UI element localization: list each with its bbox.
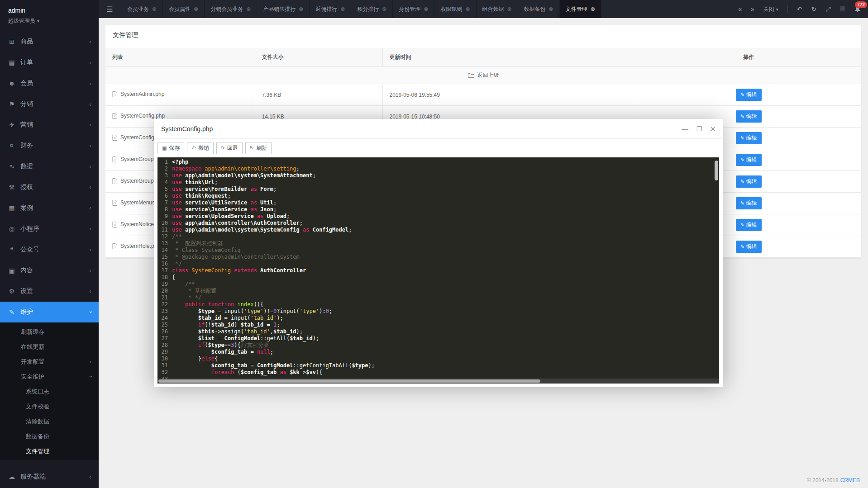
sidebar-item-maintain[interactable]: ✎维护‹ [0, 302, 99, 322]
sidebar-item-wechat[interactable]: ❝公众号‹ [0, 239, 99, 260]
up-cell[interactable]: 返回上级 [105, 67, 861, 84]
list-icon[interactable]: ☰ [839, 5, 845, 13]
tab-close-icon[interactable]: ⊗ [194, 6, 198, 12]
sidebar-subitem-file-manage[interactable]: 文件管理 [0, 444, 99, 459]
sidebar-item-distribution[interactable]: ⚑分销‹ [0, 94, 99, 114]
tab-close-icon[interactable]: ⊗ [591, 6, 595, 12]
close-icon[interactable]: × [710, 124, 715, 133]
tab-close-icon[interactable]: ⊗ [340, 6, 345, 12]
back-icon[interactable]: ↶ [797, 5, 802, 13]
up-link[interactable]: 返回上级 [468, 71, 499, 79]
code-token: ); [313, 335, 319, 341]
tab-close-icon[interactable]: ⊗ [465, 6, 470, 12]
sidebar-subitem-data-backup[interactable]: 数据备份 [0, 429, 99, 444]
edit-label: 编辑 [746, 156, 757, 164]
topbar-tab[interactable]: 分销会员业务⊗ [205, 0, 257, 18]
topbar-tab[interactable]: 返佣排行⊗ [310, 0, 351, 18]
edit-button[interactable]: ✎编辑 [736, 154, 762, 166]
code-token: $vv [306, 369, 316, 375]
sidebar-item-order[interactable]: ▤订单‹ [0, 52, 99, 73]
sidebar-subitem-clear-data[interactable]: 清除数据 [0, 414, 99, 429]
topbar-tab[interactable]: 会员业务⊗ [121, 0, 163, 18]
topbar-tab[interactable]: 权限规则⊗ [434, 0, 476, 18]
tab-close-icon[interactable]: ⊗ [549, 6, 553, 12]
rollback-icon: ↷ [221, 145, 225, 151]
maximize-icon[interactable]: ❐ [696, 126, 702, 132]
sidebar-subitem-system-log[interactable]: 系统日志 [0, 384, 99, 399]
topbar-tab[interactable]: 文件管理⊗ [560, 0, 601, 18]
sidebar-item-marketing[interactable]: ✈营销‹ [0, 114, 99, 135]
sidebar-item-auth[interactable]: ⚒授权‹ [0, 177, 99, 198]
line-number: 18 [157, 274, 172, 281]
tab-close-icon[interactable]: ⊗ [382, 6, 386, 12]
sidebar-item-member[interactable]: ☻会员‹ [0, 73, 99, 94]
code-token: = [247, 362, 257, 369]
tab-close-icon[interactable]: ⊗ [152, 6, 157, 12]
code-editor[interactable]: 1<?php2namespace app\admin\controller\se… [157, 157, 719, 384]
refresh-button[interactable]: ↻刷新 [245, 142, 272, 154]
sidebar-subitem-file-check[interactable]: 文件校验 [0, 399, 99, 414]
tab-close-icon[interactable]: ⊗ [507, 6, 512, 12]
sidebar-item-data[interactable]: ∿数据‹ [0, 156, 99, 177]
sidebar-item-settings[interactable]: ⚙设置‹ [0, 281, 99, 302]
edit-button[interactable]: ✎编辑 [736, 89, 762, 101]
rollback-button[interactable]: ↷回退 [216, 142, 243, 154]
sidebar-item-server[interactable]: ☁ 服务器端 ‹ [0, 467, 99, 486]
sidebar-item-content[interactable]: ▣内容‹ [0, 260, 99, 281]
topbar-tab[interactable]: 积分排行⊗ [351, 0, 393, 18]
topbar-tab[interactable]: 组合数据⊗ [477, 0, 518, 18]
sidebar-subitem-dev-config[interactable]: 开发配置‹ [0, 354, 99, 369]
data-icon: ∿ [8, 163, 15, 170]
sidebar-item-miniapp[interactable]: ◎小程序‹ [0, 218, 99, 239]
code-token: use [172, 179, 185, 185]
notifications-button[interactable]: 772 [854, 6, 861, 13]
edit-button[interactable]: ✎编辑 [736, 197, 762, 209]
tab-close-icon[interactable]: ⊗ [246, 6, 251, 12]
line-content: use service\UtilService as Util; [172, 199, 277, 206]
save-button[interactable]: ▣保存 [157, 142, 184, 154]
edit-button[interactable]: ✎编辑 [736, 110, 762, 123]
code-token: = [247, 349, 257, 355]
tab-close-icon[interactable]: ⊗ [299, 6, 303, 12]
file-name-label: SystemGroupD [120, 178, 157, 184]
code-token [172, 335, 198, 341]
sidebar-item-finance[interactable]: ¤财务‹ [0, 135, 99, 156]
topbar-tab[interactable]: 会员属性⊗ [163, 0, 205, 18]
refresh-icon[interactable]: ↻ [811, 5, 817, 13]
code-token: service\JsonService [185, 206, 247, 213]
topbar-tab[interactable]: 数据备份⊗ [518, 0, 560, 18]
edit-button[interactable]: ✎编辑 [736, 219, 762, 231]
code-line: 10use app\admin\controller\AuthControlle… [157, 220, 719, 227]
close-tabs-dropdown[interactable]: 关闭▾ [763, 5, 778, 13]
code-token: else [201, 355, 215, 362]
fullscreen-icon[interactable]: ⤢ [825, 5, 830, 13]
edit-button[interactable]: ✎编辑 [736, 175, 762, 188]
sidebar-item-goods[interactable]: ⊞商品‹ [0, 31, 99, 52]
code-token: /** [172, 281, 195, 287]
minimize-icon[interactable]: — [682, 126, 688, 132]
scroll-tabs-left-icon[interactable]: « [738, 5, 742, 13]
sidebar-subitem-refresh-cache[interactable]: 刷新缓存 [0, 324, 99, 339]
table-row-up[interactable]: 返回上级 [105, 67, 861, 84]
line-content: { [172, 274, 175, 281]
edit-button[interactable]: ✎编辑 [736, 132, 762, 144]
sidebar-subitem-online-update[interactable]: 在线更新 [0, 339, 99, 354]
brand-link[interactable]: CRMEB [840, 477, 860, 483]
code-token: use [172, 193, 185, 199]
file-name: SystemRole.pl [112, 243, 155, 249]
scroll-tabs-right-icon[interactable]: » [751, 5, 754, 13]
undo-button[interactable]: ↶撤销 [187, 142, 213, 154]
topbar-tab[interactable]: 身份管理⊗ [393, 0, 434, 18]
horizontal-scrollbar[interactable] [157, 379, 719, 384]
user-role-dropdown[interactable]: 超级管理员▾ [8, 17, 91, 25]
horizontal-scrollbar-thumb[interactable] [158, 379, 540, 383]
sidebar-item-case[interactable]: ▦案例‹ [0, 198, 99, 218]
tab-close-icon[interactable]: ⊗ [424, 6, 428, 12]
topbar-tab[interactable]: 产品销售排行⊗ [257, 0, 310, 18]
sidebar-toggle-icon[interactable]: ☰ [99, 0, 121, 18]
sidebar-subitem-security[interactable]: 安全维护‹ [0, 369, 99, 384]
cloud-icon: ☁ [8, 473, 15, 480]
vertical-scrollbar[interactable] [715, 161, 718, 180]
edit-button[interactable]: ✎编辑 [736, 241, 762, 253]
save-label: 保存 [169, 144, 180, 152]
